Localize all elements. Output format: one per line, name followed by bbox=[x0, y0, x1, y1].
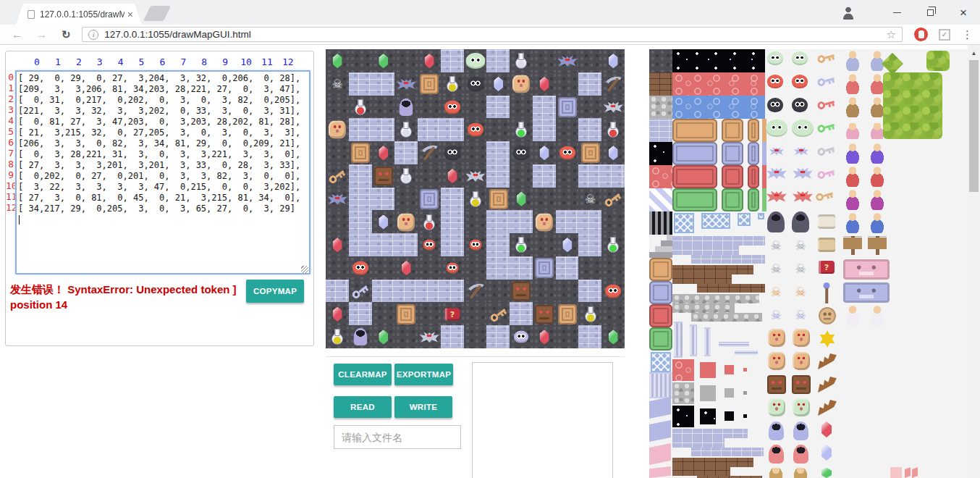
map-tile[interactable] bbox=[441, 96, 464, 119]
map-tile[interactable] bbox=[326, 141, 349, 164]
map-tile[interactable] bbox=[372, 280, 395, 303]
tileset-tile[interactable] bbox=[792, 375, 811, 394]
map-tile[interactable] bbox=[372, 325, 395, 348]
tileset-tile[interactable] bbox=[793, 445, 808, 464]
tileset-tile[interactable] bbox=[845, 306, 861, 326]
tileset-tile[interactable] bbox=[700, 385, 716, 401]
map-tile[interactable] bbox=[349, 96, 372, 119]
tileset-tile[interactable] bbox=[767, 375, 786, 394]
tileset-tile[interactable] bbox=[672, 359, 694, 381]
map-tile[interactable] bbox=[349, 325, 372, 348]
tileset-tile[interactable]: ☠ bbox=[769, 282, 783, 301]
tileset-tile[interactable] bbox=[766, 120, 787, 137]
map-tile[interactable] bbox=[418, 164, 441, 188]
map-tile[interactable] bbox=[394, 96, 418, 119]
map-tile[interactable] bbox=[441, 164, 464, 188]
map-tile[interactable] bbox=[556, 141, 579, 164]
tileset-tile[interactable] bbox=[649, 420, 671, 442]
map-tile[interactable] bbox=[418, 188, 441, 211]
tileset-tile[interactable] bbox=[649, 304, 672, 327]
map-tile[interactable] bbox=[326, 302, 349, 325]
map-tile[interactable] bbox=[418, 302, 441, 325]
map-tile[interactable] bbox=[510, 325, 533, 348]
map-tile[interactable] bbox=[349, 164, 372, 188]
map-tile[interactable] bbox=[464, 164, 487, 188]
tileset-tile[interactable] bbox=[818, 238, 835, 252]
map-tile[interactable] bbox=[578, 280, 601, 303]
tileset-tile[interactable] bbox=[762, 142, 766, 165]
tileset-tile[interactable] bbox=[691, 313, 762, 322]
map-tile[interactable] bbox=[441, 49, 464, 72]
map-tile[interactable] bbox=[394, 118, 418, 141]
scrollbar-thumb[interactable] bbox=[969, 60, 979, 192]
map-tile[interactable] bbox=[533, 210, 556, 233]
tileset-tile[interactable] bbox=[843, 259, 890, 280]
map-tile[interactable] bbox=[533, 325, 556, 348]
map-tile[interactable] bbox=[533, 233, 556, 256]
map-tile[interactable] bbox=[601, 141, 625, 164]
tileset-tile[interactable] bbox=[821, 468, 832, 478]
tileset-tile[interactable] bbox=[767, 211, 785, 232]
map-tile[interactable] bbox=[394, 49, 418, 72]
tileset-tile[interactable] bbox=[756, 211, 766, 221]
tileset-tile[interactable] bbox=[672, 406, 694, 427]
tileset-tile[interactable] bbox=[649, 72, 672, 96]
restore-button[interactable] bbox=[913, 0, 947, 25]
map-tile[interactable] bbox=[578, 72, 601, 96]
map-tile[interactable] bbox=[578, 256, 601, 280]
map-tile[interactable] bbox=[418, 72, 441, 96]
map-tile[interactable] bbox=[601, 188, 625, 211]
tileset-tile[interactable] bbox=[869, 167, 885, 187]
tileset-tile[interactable] bbox=[871, 123, 884, 139]
tileset-tile[interactable] bbox=[743, 368, 747, 372]
map-tile[interactable] bbox=[578, 49, 601, 72]
map-tile[interactable] bbox=[441, 141, 464, 164]
tileset-tile[interactable] bbox=[912, 467, 918, 478]
map-tile[interactable] bbox=[601, 233, 625, 256]
browser-tab[interactable]: 127.0.0.1:1055/drawMa × bbox=[16, 4, 142, 25]
tileset-tile[interactable] bbox=[672, 265, 753, 274]
tileset-tile[interactable] bbox=[748, 142, 759, 165]
tileset-tile[interactable] bbox=[845, 97, 861, 117]
tileset-tile[interactable] bbox=[792, 51, 808, 65]
map-tile[interactable] bbox=[441, 256, 464, 280]
map-tile[interactable] bbox=[326, 188, 349, 211]
map-tile[interactable] bbox=[464, 210, 487, 233]
map-tile[interactable] bbox=[349, 280, 372, 303]
map-tile[interactable] bbox=[418, 118, 441, 141]
tileset-image[interactable]: ☠☠☠☠☠☠☠☠? bbox=[649, 49, 968, 478]
tileset-tile[interactable] bbox=[649, 327, 672, 351]
map-tile[interactable] bbox=[394, 210, 418, 233]
map-tile[interactable] bbox=[486, 96, 510, 119]
map-tile[interactable] bbox=[556, 118, 579, 141]
tileset-tile[interactable] bbox=[769, 422, 784, 440]
tileset-tile[interactable] bbox=[846, 123, 859, 139]
map-tile[interactable] bbox=[578, 302, 601, 325]
map-tile[interactable] bbox=[601, 164, 625, 188]
map-tile[interactable] bbox=[556, 280, 579, 303]
map-tile[interactable] bbox=[372, 302, 395, 325]
map-tile[interactable] bbox=[394, 164, 418, 188]
map-tile[interactable] bbox=[533, 141, 556, 164]
tileset-tile[interactable] bbox=[649, 142, 672, 165]
close-button[interactable]: × bbox=[947, 0, 980, 25]
map-tile[interactable] bbox=[372, 118, 395, 141]
address-bar[interactable]: i 127.0.0.1:1055/drawMapGUI.html ☆ bbox=[82, 27, 903, 42]
tileset-tile[interactable] bbox=[672, 246, 739, 255]
map-tile[interactable] bbox=[578, 325, 601, 348]
tileset-tile[interactable] bbox=[869, 190, 885, 210]
map-tile[interactable] bbox=[556, 233, 579, 256]
map-tile[interactable] bbox=[486, 256, 510, 280]
map-tile[interactable] bbox=[601, 256, 625, 280]
tileset-tile[interactable] bbox=[793, 468, 808, 478]
tileset-tile[interactable] bbox=[845, 74, 861, 94]
tileset-tile[interactable] bbox=[722, 165, 743, 188]
tileset-tile[interactable] bbox=[649, 96, 672, 119]
tileset-tile[interactable] bbox=[792, 98, 808, 112]
tileset-tile[interactable] bbox=[818, 377, 837, 393]
map-tile[interactable] bbox=[394, 325, 418, 348]
map-tile[interactable] bbox=[349, 188, 372, 211]
map-tile[interactable] bbox=[486, 49, 510, 72]
map-tile[interactable] bbox=[418, 210, 441, 233]
map-tile[interactable] bbox=[441, 325, 464, 348]
